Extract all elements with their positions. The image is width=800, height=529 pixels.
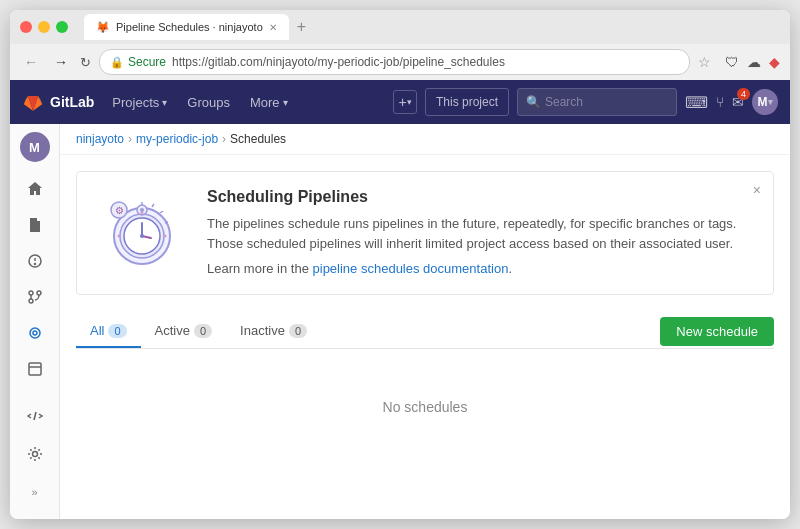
browser-icons: 🛡 ☁ ◆	[725, 54, 780, 70]
nav-right-icons: ⌨ ⑂ ✉4 M ▾	[685, 89, 778, 115]
docs-link[interactable]: pipeline schedules documentation	[313, 261, 509, 276]
info-text: Scheduling Pipelines The pipelines sched…	[207, 188, 753, 276]
packages-icon	[27, 361, 43, 377]
sidebar-item-home[interactable]	[18, 172, 52, 206]
svg-point-22	[140, 208, 144, 212]
sidebar-item-cicd[interactable]	[18, 316, 52, 350]
info-description: The pipelines schedule runs pipelines in…	[207, 214, 753, 253]
minimize-button[interactable]	[38, 21, 50, 33]
breadcrumb-sep-1: ›	[128, 132, 132, 146]
breadcrumb-current: Schedules	[230, 132, 286, 146]
new-item-button[interactable]: +▾	[393, 90, 417, 114]
this-project-button[interactable]: This project	[425, 88, 509, 116]
sidebar-item-settings[interactable]	[18, 437, 52, 471]
tab-active-badge: 0	[194, 324, 212, 338]
merge-icon[interactable]: ⑂	[716, 94, 724, 110]
svg-line-20	[165, 222, 168, 223]
cloud-icon: ☁	[747, 54, 761, 70]
sidebar-collapse-button[interactable]: »	[18, 475, 52, 509]
svg-point-3	[29, 291, 33, 295]
breadcrumb: ninjayoto › my-periodic-job › Schedules	[60, 124, 790, 155]
sidebar-bottom: »	[18, 399, 52, 519]
svg-rect-8	[29, 363, 41, 375]
back-button[interactable]: ←	[20, 52, 42, 72]
notification-icon[interactable]: ✉4	[732, 94, 744, 110]
svg-point-7	[33, 331, 37, 335]
reload-button[interactable]: ↻	[80, 55, 91, 70]
tab-title: Pipeline Schedules · ninjayoto	[116, 21, 263, 33]
nav-projects[interactable]: Projects ▾	[102, 80, 177, 124]
gitlab-logo-text: GitLab	[50, 94, 94, 110]
settings-icon	[27, 446, 43, 462]
svg-point-6	[30, 328, 40, 338]
info-learn-more: Learn more in the pipeline schedules doc…	[207, 261, 753, 276]
nav-groups[interactable]: Groups	[177, 80, 240, 124]
user-avatar[interactable]: M ▾	[752, 89, 778, 115]
nav-more[interactable]: More ▾	[240, 80, 298, 124]
title-bar: 🦊 Pipeline Schedules · ninjayoto ✕ +	[10, 10, 790, 44]
search-box[interactable]: 🔍	[517, 88, 677, 116]
gitlab-logo[interactable]: GitLab	[22, 91, 94, 113]
sidebar-item-files[interactable]	[18, 208, 52, 242]
url-bar[interactable]: 🔒 Secure https://gitlab.com/ninjayoto/my…	[99, 49, 690, 75]
secure-label: Secure	[128, 55, 166, 69]
diamond-icon: ◆	[769, 54, 780, 70]
new-tab-button[interactable]: +	[297, 18, 306, 36]
issues-icon	[27, 253, 43, 269]
svg-text:⚙: ⚙	[115, 205, 124, 216]
file-icon	[27, 217, 43, 233]
svg-point-2	[34, 264, 35, 265]
home-icon	[27, 181, 43, 197]
forward-button[interactable]: →	[50, 52, 72, 72]
close-button[interactable]	[20, 21, 32, 33]
info-box-close-button[interactable]: ×	[753, 182, 761, 198]
svg-point-5	[29, 299, 33, 303]
sidebar: M	[10, 124, 60, 519]
keyboard-icon[interactable]: ⌨	[685, 93, 708, 112]
gitlab-nav: GitLab Projects ▾ Groups More ▾ +▾ This …	[10, 80, 790, 124]
tab-close-icon[interactable]: ✕	[269, 22, 277, 33]
secure-icon: 🔒	[110, 56, 124, 69]
search-icon: 🔍	[526, 95, 541, 109]
maximize-button[interactable]	[56, 21, 68, 33]
url-text: https://gitlab.com/ninjayoto/my-periodic…	[172, 55, 505, 69]
cicd-icon	[27, 325, 43, 341]
tab-inactive-badge: 0	[289, 324, 307, 338]
tab-inactive[interactable]: Inactive 0	[226, 315, 321, 348]
svg-point-24	[164, 235, 167, 238]
search-input[interactable]	[545, 95, 668, 109]
empty-state: No schedules	[76, 369, 774, 445]
tab-all-badge: 0	[108, 324, 126, 338]
main-area: M	[10, 124, 790, 519]
content-area: ninjayoto › my-periodic-job › Schedules …	[60, 124, 790, 519]
info-title: Scheduling Pipelines	[207, 188, 753, 206]
sidebar-item-packages[interactable]	[18, 352, 52, 386]
sidebar-avatar[interactable]: M	[20, 132, 50, 162]
svg-point-25	[141, 212, 144, 215]
sidebar-item-mergerequests[interactable]	[18, 280, 52, 314]
mr-icon	[27, 289, 43, 305]
svg-point-16	[140, 234, 144, 238]
breadcrumb-sep-2: ›	[222, 132, 226, 146]
bookmark-icon[interactable]: ☆	[698, 54, 711, 70]
snippets-icon	[27, 408, 43, 424]
tab-active[interactable]: Active 0	[141, 315, 227, 348]
tab-all[interactable]: All 0	[76, 315, 141, 348]
breadcrumb-root[interactable]: ninjayoto	[76, 132, 124, 146]
chevron-down-icon-avatar: ▾	[768, 97, 773, 107]
breadcrumb-project[interactable]: my-periodic-job	[136, 132, 218, 146]
chevron-down-icon: ▾	[162, 97, 167, 108]
tabs-row: All 0 Active 0 Inactive 0 New schedule	[76, 315, 774, 349]
gitlab-logo-svg	[22, 91, 44, 113]
clock-illustration: ⚙	[97, 188, 187, 278]
browser-tab[interactable]: 🦊 Pipeline Schedules · ninjayoto ✕	[84, 14, 289, 40]
new-schedule-button[interactable]: New schedule	[660, 317, 774, 346]
svg-line-19	[160, 211, 163, 213]
empty-state-message: No schedules	[383, 399, 468, 415]
sidebar-item-issues[interactable]	[18, 244, 52, 278]
content-inner: ×	[60, 155, 790, 461]
sidebar-item-snippets[interactable]	[18, 399, 52, 433]
svg-point-10	[32, 452, 37, 457]
info-illustration: ⚙	[97, 188, 187, 278]
nav-search-area: +▾ This project 🔍 ⌨ ⑂ ✉4 M ▾	[393, 88, 778, 116]
